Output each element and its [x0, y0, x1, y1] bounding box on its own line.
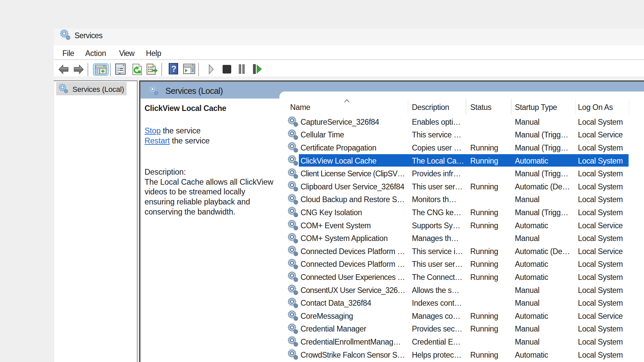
- svg-text:?: ?: [171, 64, 176, 73]
